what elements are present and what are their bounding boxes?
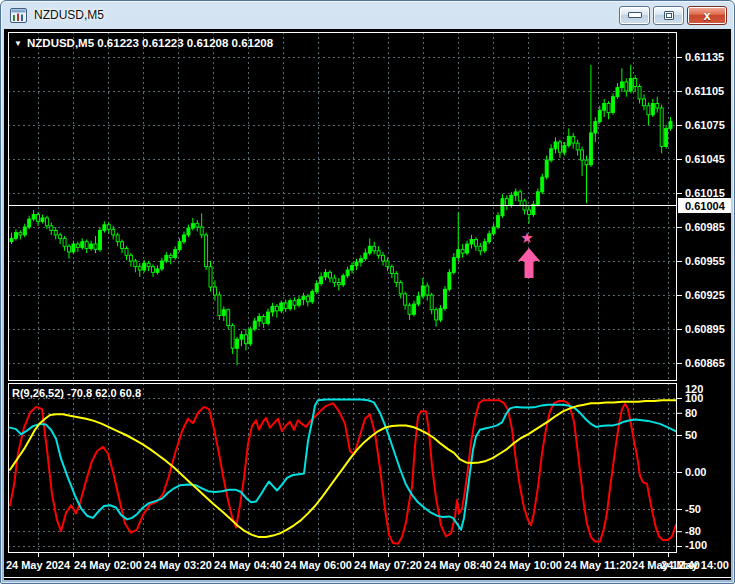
price-tick-label: 0.60955	[685, 255, 725, 267]
price-tick-label: 0.61135	[685, 51, 724, 63]
candle	[306, 296, 309, 302]
mt4-chart-window: NZDUSD,M5 x ★▼NZDUSD,M5 0.61223 0.61223 …	[0, 0, 735, 584]
price-tick-label: 0.60865	[685, 357, 725, 369]
candle	[205, 235, 208, 267]
candle	[284, 303, 287, 309]
candle	[629, 79, 632, 91]
candle	[125, 249, 128, 256]
candle	[408, 305, 411, 314]
candle	[262, 317, 265, 324]
candle	[346, 270, 349, 276]
candle	[563, 145, 566, 152]
candle	[567, 136, 570, 145]
candle	[174, 250, 177, 258]
candle	[337, 283, 340, 285]
candle	[435, 310, 438, 320]
maximize-button[interactable]	[653, 6, 684, 25]
indicator-tick-label: -100	[685, 539, 707, 551]
candle	[510, 195, 513, 205]
candle	[244, 335, 247, 344]
app-icon	[10, 8, 27, 23]
candle	[19, 233, 22, 235]
candle	[625, 82, 628, 91]
candle	[293, 301, 296, 306]
candle	[497, 216, 500, 227]
close-icon: x	[703, 9, 710, 22]
candle	[240, 335, 243, 340]
chart-canvas[interactable]: ★▼NZDUSD,M5 0.61223 0.61223 0.61208 0.61…	[4, 29, 731, 580]
candle	[152, 267, 155, 273]
time-label: 24 May 14:00	[661, 559, 729, 571]
candle	[94, 244, 97, 250]
candle	[63, 238, 66, 246]
candle	[147, 263, 150, 266]
candle	[412, 304, 415, 314]
candle	[399, 283, 402, 294]
current-price-label: 0.61004	[685, 200, 726, 212]
indicator-tick-label: 100	[685, 392, 703, 404]
price-tick-label: 0.60895	[685, 323, 725, 335]
candle	[85, 242, 88, 249]
candle	[461, 250, 464, 253]
candle	[275, 306, 278, 311]
indicator-tick-label: 80	[685, 407, 697, 419]
candle	[271, 306, 274, 312]
candle	[651, 103, 654, 114]
time-label: 24 May 03:20	[144, 559, 212, 571]
close-button[interactable]: x	[687, 6, 727, 25]
candle	[54, 230, 57, 235]
candle	[514, 192, 517, 195]
candle	[616, 88, 619, 97]
candle	[50, 226, 53, 231]
candle	[443, 289, 446, 308]
candle	[492, 227, 495, 234]
candle	[10, 238, 13, 241]
candle	[634, 79, 637, 87]
candle	[660, 108, 663, 147]
candle	[377, 251, 380, 256]
candle	[545, 160, 548, 177]
candle	[638, 86, 641, 98]
candle	[213, 287, 216, 295]
candle	[386, 261, 389, 267]
candle	[607, 103, 610, 112]
indicator-tick-label: -50	[685, 503, 701, 515]
candle	[324, 272, 327, 277]
window-controls: x	[619, 6, 729, 25]
candle	[267, 312, 270, 323]
price-tick-label: 0.60925	[685, 289, 725, 301]
candle	[328, 272, 331, 278]
candle	[258, 317, 261, 322]
candle	[311, 292, 314, 302]
candle	[160, 261, 163, 269]
candle	[32, 215, 35, 220]
indicator-tick-label: -80	[685, 525, 701, 537]
candle	[541, 177, 544, 192]
maximize-icon	[664, 11, 674, 20]
candle	[519, 192, 522, 201]
indicator-title: R(9,26,52) -70.8 62.0 60.8	[12, 387, 141, 399]
candle	[364, 253, 367, 259]
candle	[320, 277, 323, 284]
candle	[430, 295, 433, 310]
minimize-button[interactable]	[619, 6, 650, 25]
candle	[483, 242, 486, 251]
candle	[169, 255, 172, 257]
candle	[457, 250, 460, 258]
candle	[669, 122, 672, 129]
titlebar[interactable]: NZDUSD,M5 x	[1, 1, 734, 29]
chart-client-area: ★▼NZDUSD,M5 0.61223 0.61223 0.61208 0.61…	[4, 29, 731, 580]
candle	[116, 235, 119, 242]
candle	[98, 230, 101, 249]
candle	[236, 339, 239, 348]
candle	[527, 210, 530, 215]
candle	[289, 301, 292, 309]
candle	[488, 234, 491, 242]
candle	[572, 136, 575, 143]
ohlc-header[interactable]: ▼NZDUSD,M5 0.61223 0.61223 0.61208 0.612…	[14, 37, 274, 49]
candle	[421, 286, 424, 296]
candle	[439, 309, 442, 320]
symbol-dropdown-icon: ▼	[14, 39, 22, 48]
candle	[103, 225, 106, 231]
time-label: 24 May 2024	[6, 559, 71, 571]
